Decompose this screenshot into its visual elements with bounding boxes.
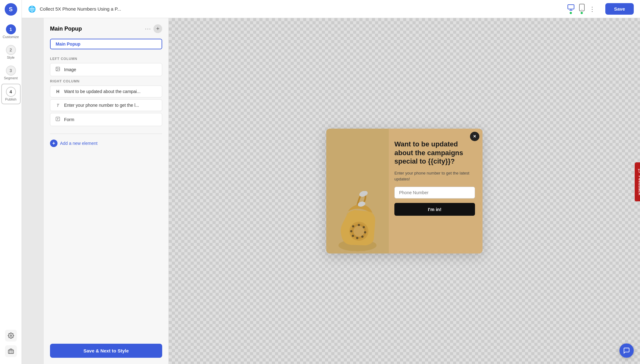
add-element-row[interactable]: + Add a new element bbox=[50, 140, 162, 147]
svg-point-18 bbox=[353, 226, 364, 237]
top-bar: 🌐 Collect 5X Phone Numbers Using a P... … bbox=[22, 0, 640, 18]
popup-subtext: Enter your phone number to get the lates… bbox=[394, 170, 475, 182]
chat-icon bbox=[623, 347, 630, 354]
popup-right-column: Want to be updated about the campaigns s… bbox=[389, 129, 482, 253]
text-element-label: Enter your phone number to get the l... bbox=[64, 103, 139, 108]
svg-point-23 bbox=[356, 237, 358, 239]
heading-element-row[interactable]: H Want to be updated about the campai... bbox=[50, 86, 162, 97]
popup-card: × bbox=[326, 129, 482, 253]
feedback-tab[interactable]: Feedback bbox=[635, 162, 640, 201]
briefcase-button[interactable] bbox=[5, 345, 17, 357]
main-popup-tab[interactable]: Main Popup bbox=[50, 39, 162, 49]
nav-step-customize[interactable]: 1 Customize bbox=[1, 22, 21, 41]
globe-icon: 🌐 bbox=[28, 5, 36, 13]
popup-close-button[interactable]: × bbox=[470, 132, 479, 141]
save-button[interactable]: Save bbox=[605, 3, 634, 15]
nav-step-circle-3: 3 bbox=[6, 66, 16, 76]
text-element-row[interactable]: T Enter your phone number to get the l..… bbox=[50, 99, 162, 111]
svg-point-8 bbox=[57, 68, 58, 69]
svg-rect-1 bbox=[8, 350, 13, 354]
svg-point-22 bbox=[361, 236, 363, 238]
form-element-row[interactable]: Form bbox=[50, 113, 162, 126]
nav-step-segment[interactable]: 3 Segment bbox=[1, 63, 21, 82]
svg-point-25 bbox=[350, 230, 352, 232]
nav-step-circle-1: 1 bbox=[6, 24, 16, 34]
form-icon bbox=[55, 116, 61, 123]
nav-step-publish[interactable]: 4 Publish bbox=[1, 84, 21, 104]
desktop-dot bbox=[570, 12, 572, 14]
form-element-label: Form bbox=[64, 117, 74, 122]
chat-bubble[interactable] bbox=[619, 343, 634, 358]
mobile-device-icon[interactable] bbox=[579, 4, 585, 14]
more-options-icon[interactable]: ⋮ bbox=[589, 5, 595, 13]
panel-add-icon[interactable]: + bbox=[153, 24, 162, 33]
nav-step-label-style: Style bbox=[7, 56, 14, 59]
desktop-device-icon[interactable] bbox=[567, 4, 575, 14]
image-element-row[interactable]: Image bbox=[50, 63, 162, 76]
heading-element-label: Want to be updated about the campai... bbox=[64, 89, 141, 94]
svg-rect-2 bbox=[568, 5, 574, 9]
nav-step-label-customize: Customize bbox=[3, 35, 19, 39]
canvas-area: × bbox=[169, 18, 640, 364]
save-next-button[interactable]: Save & Next to Style bbox=[50, 344, 162, 358]
nav-step-label-publish: Publish bbox=[5, 97, 16, 101]
nav-step-circle-4: 4 bbox=[6, 87, 16, 97]
left-column-label: LEFT COLUMN bbox=[50, 57, 162, 61]
divider bbox=[50, 134, 162, 134]
panel-more-icon[interactable]: ⋯ bbox=[145, 25, 151, 32]
svg-point-26 bbox=[352, 225, 354, 228]
svg-point-21 bbox=[364, 231, 366, 234]
add-element-label: Add a new element bbox=[60, 141, 98, 146]
nav-step-label-segment: Segment bbox=[4, 76, 18, 80]
settings-button[interactable] bbox=[5, 330, 17, 342]
svg-point-24 bbox=[352, 235, 354, 237]
panel-title: Main Popup bbox=[50, 26, 142, 32]
svg-point-0 bbox=[10, 335, 12, 337]
telephone-image bbox=[332, 191, 382, 253]
heading-icon: H bbox=[55, 89, 61, 94]
left-panel-header: Main Popup ⋯ + bbox=[50, 24, 162, 33]
device-icons: ⋮ bbox=[567, 4, 595, 14]
add-element-circle: + bbox=[50, 140, 58, 147]
right-column-label: RIGHT COLUMN bbox=[50, 79, 162, 83]
main-layout: Main Popup ⋯ + Main Popup LEFT COLUMN Im… bbox=[44, 18, 640, 364]
nav-step-circle-2: 2 bbox=[6, 45, 16, 55]
svg-point-19 bbox=[358, 224, 360, 226]
svg-rect-5 bbox=[579, 4, 584, 11]
popup-heading: Want to be updated about the campaigns s… bbox=[394, 140, 475, 166]
left-nav: S 1 Customize 2 Style 3 Segment 4 Publis… bbox=[0, 0, 22, 364]
feedback-icon bbox=[638, 169, 640, 173]
nav-step-style[interactable]: 2 Style bbox=[1, 42, 21, 62]
feedback-label: Feedback bbox=[638, 175, 640, 195]
app-logo: S bbox=[5, 3, 17, 16]
mobile-dot bbox=[581, 12, 583, 14]
nav-bottom bbox=[5, 330, 17, 361]
image-element-label: Image bbox=[64, 67, 76, 72]
image-icon bbox=[55, 66, 61, 73]
text-icon: T bbox=[55, 103, 61, 108]
cta-button[interactable]: I'm in! bbox=[394, 203, 475, 216]
page-title: Collect 5X Phone Numbers Using a P... bbox=[40, 6, 563, 12]
svg-point-20 bbox=[363, 226, 365, 228]
left-panel: Main Popup ⋯ + Main Popup LEFT COLUMN Im… bbox=[44, 18, 169, 364]
popup-left-column bbox=[326, 129, 389, 253]
phone-number-input[interactable] bbox=[394, 187, 475, 199]
